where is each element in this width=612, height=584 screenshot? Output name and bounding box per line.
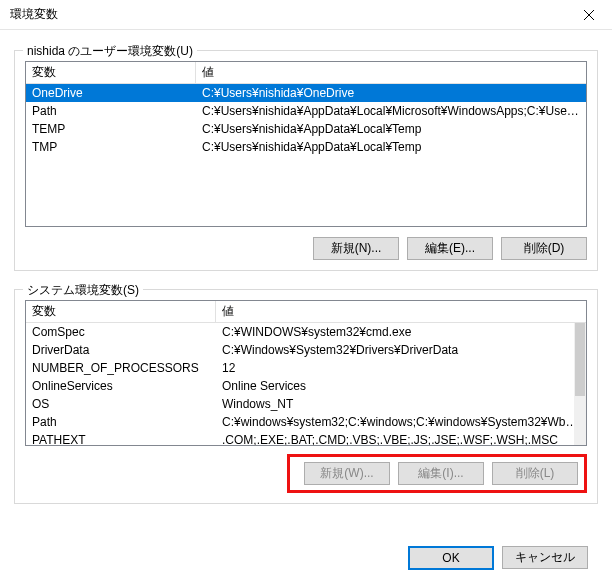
cell-variable: NUMBER_OF_PROCESSORS — [26, 361, 216, 375]
cell-value: C:¥Users¥nishida¥AppData¥Local¥Temp — [196, 140, 586, 154]
sys-new-button[interactable]: 新規(W)... — [304, 462, 390, 485]
cell-variable: OS — [26, 397, 216, 411]
table-row[interactable]: OnlineServicesOnline Services — [26, 377, 586, 395]
cell-variable: PATHEXT — [26, 433, 216, 446]
cell-value: C:¥Windows¥System32¥Drivers¥DriverData — [216, 343, 586, 357]
sys-delete-button[interactable]: 削除(L) — [492, 462, 578, 485]
table-row[interactable]: PathC:¥windows¥system32;C:¥windows;C:¥wi… — [26, 413, 586, 431]
cell-variable: Path — [26, 415, 216, 429]
cell-value: C:¥Users¥nishida¥AppData¥Local¥Microsoft… — [196, 104, 586, 118]
cell-variable: Path — [26, 104, 196, 118]
table-row[interactable]: DriverDataC:¥Windows¥System32¥Drivers¥Dr… — [26, 341, 586, 359]
sys-vars-list[interactable]: 変数 値 ComSpecC:¥WINDOWS¥system32¥cmd.exeD… — [25, 300, 587, 446]
dialog-buttons: OK キャンセル — [0, 532, 612, 584]
table-row[interactable]: NUMBER_OF_PROCESSORS12 — [26, 359, 586, 377]
window-title: 環境変数 — [10, 6, 58, 23]
table-row[interactable]: PathC:¥Users¥nishida¥AppData¥Local¥Micro… — [26, 102, 586, 120]
table-row[interactable]: OneDriveC:¥Users¥nishida¥OneDrive — [26, 84, 586, 102]
sys-vars-rows: ComSpecC:¥WINDOWS¥system32¥cmd.exeDriver… — [26, 323, 586, 446]
user-vars-list[interactable]: 変数 値 OneDriveC:¥Users¥nishida¥OneDrivePa… — [25, 61, 587, 227]
close-button[interactable] — [566, 0, 612, 30]
ok-button[interactable]: OK — [408, 546, 494, 570]
user-vars-legend: nishida のユーザー環境変数(U) — [23, 43, 197, 60]
cell-variable: TEMP — [26, 122, 196, 136]
sys-edit-button[interactable]: 編集(I)... — [398, 462, 484, 485]
user-vars-buttons: 新規(N)... 編集(E)... 削除(D) — [25, 237, 587, 260]
user-vars-group: nishida のユーザー環境変数(U) 変数 値 OneDriveC:¥Use… — [14, 50, 598, 271]
table-row[interactable]: TEMPC:¥Users¥nishida¥AppData¥Local¥Temp — [26, 120, 586, 138]
cell-value: .COM;.EXE;.BAT;.CMD;.VBS;.VBE;.JS;.JSE;.… — [216, 433, 586, 446]
user-vars-header: 変数 値 — [26, 62, 586, 84]
sys-vars-group: システム環境変数(S) 変数 値 ComSpecC:¥WINDOWS¥syste… — [14, 289, 598, 504]
user-edit-button[interactable]: 編集(E)... — [407, 237, 493, 260]
sys-vars-legend: システム環境変数(S) — [23, 282, 143, 299]
cell-value: C:¥Users¥nishida¥OneDrive — [196, 86, 586, 100]
table-row[interactable]: PATHEXT.COM;.EXE;.BAT;.CMD;.VBS;.VBE;.JS… — [26, 431, 586, 446]
user-new-button[interactable]: 新規(N)... — [313, 237, 399, 260]
cell-value: Windows_NT — [216, 397, 586, 411]
sys-vars-buttons-highlighted: 新規(W)... 編集(I)... 削除(L) — [287, 454, 587, 493]
titlebar: 環境変数 — [0, 0, 612, 30]
table-row[interactable]: ComSpecC:¥WINDOWS¥system32¥cmd.exe — [26, 323, 586, 341]
cell-value: 12 — [216, 361, 586, 375]
cancel-button[interactable]: キャンセル — [502, 546, 588, 569]
col-value[interactable]: 値 — [196, 62, 586, 83]
content-area: nishida のユーザー環境変数(U) 変数 値 OneDriveC:¥Use… — [0, 30, 612, 532]
close-icon — [584, 10, 594, 20]
sys-scrollbar[interactable] — [574, 323, 586, 445]
cell-variable: DriverData — [26, 343, 216, 357]
cell-variable: OneDrive — [26, 86, 196, 100]
cell-value: C:¥WINDOWS¥system32¥cmd.exe — [216, 325, 586, 339]
cell-variable: TMP — [26, 140, 196, 154]
cell-variable: ComSpec — [26, 325, 216, 339]
user-delete-button[interactable]: 削除(D) — [501, 237, 587, 260]
col-value[interactable]: 値 — [216, 301, 586, 322]
scrollbar-thumb[interactable] — [575, 323, 585, 396]
col-variable[interactable]: 変数 — [26, 301, 216, 322]
table-row[interactable]: TMPC:¥Users¥nishida¥AppData¥Local¥Temp — [26, 138, 586, 156]
col-variable[interactable]: 変数 — [26, 62, 196, 83]
cell-value: C:¥Users¥nishida¥AppData¥Local¥Temp — [196, 122, 586, 136]
cell-value: C:¥windows¥system32;C:¥windows;C:¥window… — [216, 415, 586, 429]
cell-value: Online Services — [216, 379, 586, 393]
table-row[interactable]: OSWindows_NT — [26, 395, 586, 413]
user-vars-rows: OneDriveC:¥Users¥nishida¥OneDrivePathC:¥… — [26, 84, 586, 156]
env-vars-dialog: 環境変数 nishida のユーザー環境変数(U) 変数 値 OneDriveC… — [0, 0, 612, 584]
sys-vars-header: 変数 値 — [26, 301, 586, 323]
cell-variable: OnlineServices — [26, 379, 216, 393]
